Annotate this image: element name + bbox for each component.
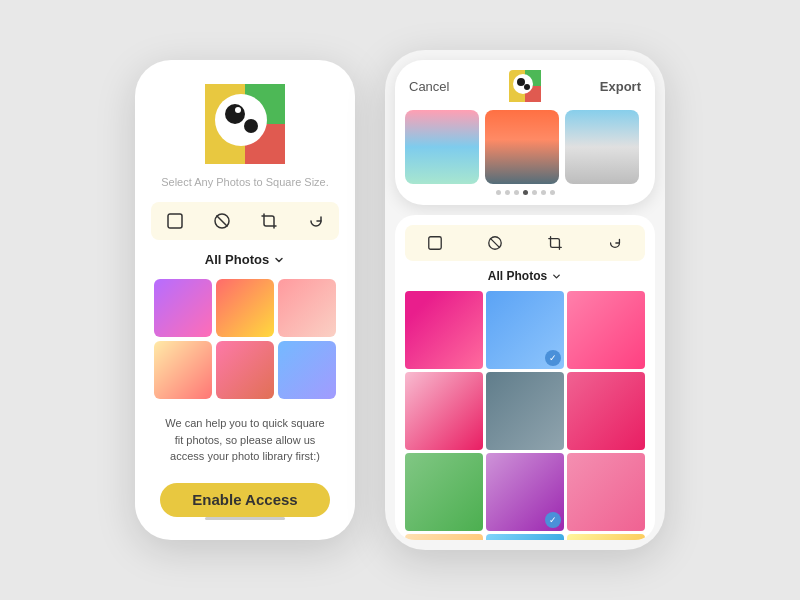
svg-line-11 bbox=[216, 216, 227, 227]
dot-2 bbox=[505, 190, 510, 195]
right-photo-grid: ✓ ✓ ✓ bbox=[405, 291, 645, 540]
dot-5 bbox=[532, 190, 537, 195]
grid-cell-8[interactable]: ✓ bbox=[486, 453, 564, 531]
photo-grid bbox=[154, 279, 336, 399]
grid-cell-3[interactable] bbox=[567, 291, 645, 369]
app-logo bbox=[205, 84, 285, 164]
all-photos-btn[interactable]: All Photos bbox=[205, 252, 285, 267]
svg-point-8 bbox=[235, 107, 241, 113]
dot-7 bbox=[550, 190, 555, 195]
preview-image-2 bbox=[485, 110, 559, 184]
svg-point-7 bbox=[244, 119, 258, 133]
refresh-icon-right[interactable] bbox=[604, 232, 626, 254]
bottom-section: All Photos ✓ ✓ ✓ bbox=[395, 215, 655, 540]
block-icon-right[interactable] bbox=[484, 232, 506, 254]
check-badge-2: ✓ bbox=[545, 350, 561, 366]
grid-cell-10[interactable] bbox=[405, 534, 483, 540]
square-icon[interactable] bbox=[164, 210, 186, 232]
bottom-toolbar bbox=[405, 225, 645, 261]
svg-point-18 bbox=[524, 84, 530, 90]
crop-icon-right[interactable] bbox=[544, 232, 566, 254]
right-phone: Cancel Export bbox=[385, 50, 665, 550]
preview-card: Cancel Export bbox=[395, 60, 655, 205]
grid-cell-6[interactable] bbox=[567, 372, 645, 450]
scene: Select Any Photos to Square Size. bbox=[135, 50, 665, 550]
photo-thumb-5[interactable] bbox=[216, 341, 274, 399]
crop-icon[interactable] bbox=[258, 210, 280, 232]
left-phone: Select Any Photos to Square Size. bbox=[135, 60, 355, 540]
preview-logo bbox=[509, 70, 541, 102]
grid-cell-5[interactable] bbox=[486, 372, 564, 450]
svg-point-17 bbox=[517, 78, 525, 86]
subtitle: Select Any Photos to Square Size. bbox=[161, 176, 329, 188]
photo-thumb-4[interactable] bbox=[154, 341, 212, 399]
svg-line-21 bbox=[490, 238, 500, 248]
grid-cell-11[interactable]: ✓ bbox=[486, 534, 564, 540]
grid-cell-12[interactable] bbox=[567, 534, 645, 540]
svg-rect-9 bbox=[168, 214, 182, 228]
export-button[interactable]: Export bbox=[600, 79, 641, 94]
preview-image-1 bbox=[405, 110, 479, 184]
grid-cell-7[interactable] bbox=[405, 453, 483, 531]
square-icon-right[interactable] bbox=[424, 232, 446, 254]
refresh-icon[interactable] bbox=[305, 210, 327, 232]
photo-thumb-2[interactable] bbox=[216, 279, 274, 337]
left-toolbar bbox=[151, 202, 339, 240]
preview-images bbox=[405, 110, 645, 184]
preview-dots bbox=[405, 190, 645, 195]
dot-4 bbox=[523, 190, 528, 195]
preview-header: Cancel Export bbox=[405, 70, 645, 102]
photo-thumb-1[interactable] bbox=[154, 279, 212, 337]
photo-thumb-6[interactable] bbox=[278, 341, 336, 399]
svg-rect-19 bbox=[429, 237, 441, 249]
cancel-button[interactable]: Cancel bbox=[409, 79, 449, 94]
grid-cell-2[interactable]: ✓ bbox=[486, 291, 564, 369]
all-photos-row[interactable]: All Photos bbox=[405, 269, 645, 283]
grid-cell-9[interactable] bbox=[567, 453, 645, 531]
grid-cell-1[interactable] bbox=[405, 291, 483, 369]
home-bar bbox=[205, 517, 285, 520]
enable-access-button[interactable]: Enable Access bbox=[160, 483, 330, 517]
svg-point-6 bbox=[225, 104, 245, 124]
dot-1 bbox=[496, 190, 501, 195]
preview-image-3 bbox=[565, 110, 639, 184]
grid-cell-4[interactable] bbox=[405, 372, 483, 450]
dot-3 bbox=[514, 190, 519, 195]
photo-thumb-3[interactable] bbox=[278, 279, 336, 337]
check-badge-8: ✓ bbox=[545, 512, 561, 528]
permission-text: We can help you to quick square fit phot… bbox=[151, 415, 339, 465]
block-icon[interactable] bbox=[211, 210, 233, 232]
dot-6 bbox=[541, 190, 546, 195]
